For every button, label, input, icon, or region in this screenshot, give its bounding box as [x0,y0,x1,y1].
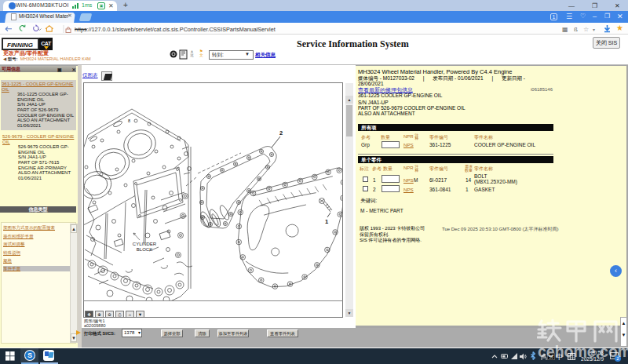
svg-text:BLOCK: BLOCK [137,247,152,252]
svg-text:1: 1 [325,218,328,225]
svg-text:CYLINDER: CYLINDER [133,242,157,246]
svg-text:2: 2 [279,129,283,136]
svg-text:8: 8 [128,118,130,123]
